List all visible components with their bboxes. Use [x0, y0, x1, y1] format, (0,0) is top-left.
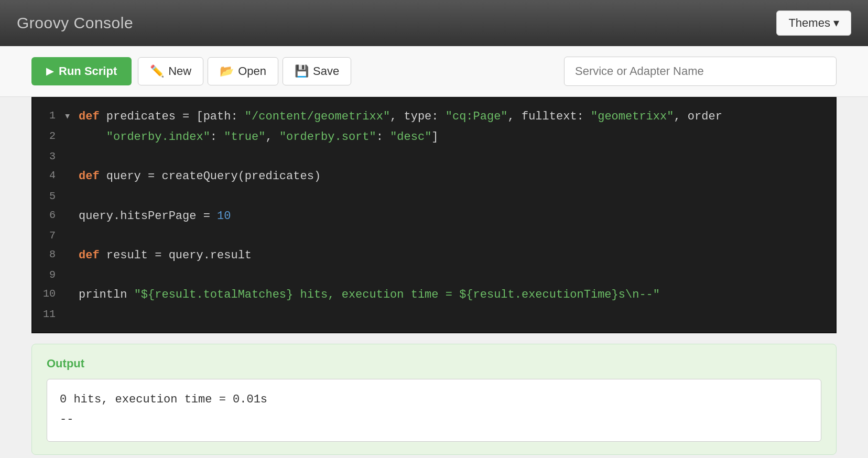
output-label: Output — [47, 357, 821, 370]
line-number-11: 11 — [32, 306, 64, 323]
line-number-6: 6 — [32, 207, 64, 224]
line-content-1: def predicates = [path: "/content/geomet… — [74, 107, 836, 126]
code-line-10: 10 println "${result.totalMatches} hits,… — [32, 285, 836, 305]
line-content-6: query.hitsPerPage = 10 — [74, 207, 836, 225]
app-title: Groovy Console — [17, 14, 133, 32]
code-line-5: 5 — [32, 187, 836, 206]
line-content-8: def result = query.result — [74, 246, 836, 265]
output-line-2: -- — [60, 410, 808, 429]
line-content-10: println "${result.totalMatches} hits, ex… — [74, 286, 836, 304]
line-number-5: 5 — [32, 188, 64, 205]
top-bar: Groovy Console Themes ▾ — [0, 0, 868, 46]
output-section: Output 0 hits, execution time = 0.01s -- — [31, 344, 837, 455]
line-number-9: 9 — [32, 267, 64, 283]
line-number-7: 7 — [32, 227, 64, 244]
themes-button[interactable]: Themes ▾ — [776, 10, 851, 36]
code-line-6: 6 query.hitsPerPage = 10 — [32, 206, 836, 226]
open-label: Open — [238, 64, 266, 78]
output-line-1: 0 hits, execution time = 0.01s — [60, 390, 808, 409]
save-label: Save — [313, 64, 339, 78]
run-script-label: Run Script — [59, 64, 117, 78]
output-box: 0 hits, execution time = 0.01s -- — [47, 379, 821, 442]
line-marker-1: ▾ — [64, 107, 74, 126]
code-editor[interactable]: 1 ▾ def predicates = [path: "/content/ge… — [31, 97, 837, 333]
code-line-11: 11 — [32, 305, 836, 324]
line-content-4: def query = createQuery(predicates) — [74, 167, 836, 186]
line-number-3: 3 — [32, 148, 64, 165]
run-script-button[interactable]: ▶ Run Script — [31, 57, 132, 85]
new-label: New — [168, 64, 191, 78]
toolbar: ▶ Run Script ✏️ New 📂 Open 💾 Save — [0, 46, 868, 97]
code-line-9: 9 — [32, 266, 836, 285]
folder-icon: 📂 — [220, 64, 234, 78]
save-icon: 💾 — [295, 64, 309, 78]
line-number-8: 8 — [32, 246, 64, 263]
code-line-8: 8 def result = query.result — [32, 245, 836, 266]
line-number-2: 2 — [32, 128, 64, 145]
code-line-2: 2 "orderby.index": "true", "orderby.sort… — [32, 127, 836, 147]
code-line-3: 3 — [32, 147, 836, 166]
save-button[interactable]: 💾 Save — [283, 57, 351, 85]
new-button[interactable]: ✏️ New — [138, 57, 203, 85]
pencil-icon: ✏️ — [150, 64, 164, 78]
open-button[interactable]: 📂 Open — [208, 57, 278, 85]
play-icon: ▶ — [46, 66, 53, 77]
line-number-10: 10 — [32, 286, 64, 302]
service-input[interactable] — [564, 57, 837, 86]
code-line-1: 1 ▾ def predicates = [path: "/content/ge… — [32, 106, 836, 127]
line-content-2: "orderby.index": "true", "orderby.sort":… — [74, 128, 836, 146]
line-number-4: 4 — [32, 167, 64, 184]
code-line-4: 4 def query = createQuery(predicates) — [32, 166, 836, 187]
code-line-7: 7 — [32, 226, 836, 245]
themes-label: Themes ▾ — [788, 16, 839, 30]
line-number-1: 1 — [32, 107, 64, 124]
